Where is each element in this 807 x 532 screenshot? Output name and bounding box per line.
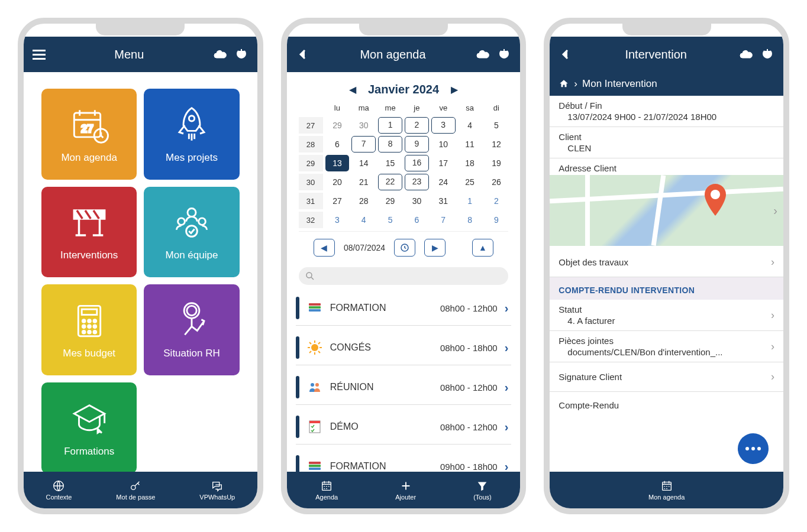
calendar-day[interactable]: 7 xyxy=(431,212,456,228)
tile-team[interactable]: Mon équipe xyxy=(144,187,239,278)
calendar-day[interactable]: 18 xyxy=(458,155,482,171)
back-icon[interactable] xyxy=(296,47,310,61)
event-item[interactable]: FORMATION 08h00 - 12h00 › xyxy=(296,291,512,326)
calendar-day[interactable]: 10 xyxy=(431,136,456,153)
power-icon[interactable] xyxy=(234,47,248,61)
event-item[interactable]: FORMATION 09h00 - 18h00 › xyxy=(296,449,512,472)
calendar-day[interactable]: 23 xyxy=(405,174,429,190)
up-button[interactable]: ▲ xyxy=(472,239,493,257)
calendar-day[interactable]: 27 xyxy=(325,193,350,209)
bottom-item-key[interactable]: Mot de passe xyxy=(116,479,155,501)
calendar-day[interactable]: 11 xyxy=(458,136,482,153)
cloud-icon[interactable] xyxy=(739,47,753,61)
calendar-day[interactable]: 24 xyxy=(431,174,456,190)
calendar-day[interactable]: 3 xyxy=(431,117,456,134)
power-icon[interactable] xyxy=(497,47,511,61)
objet-row[interactable]: Objet des travaux › xyxy=(550,248,783,277)
calendar-day[interactable]: 14 xyxy=(351,155,376,171)
calendar-day[interactable]: 2 xyxy=(485,193,509,209)
calendar-day[interactable]: 5 xyxy=(485,117,509,134)
calendar-day[interactable]: 19 xyxy=(485,155,509,171)
prev-month-icon[interactable]: ◀ xyxy=(349,84,356,95)
calendar-day[interactable]: 29 xyxy=(378,193,402,209)
event-item[interactable]: CONGÉS 08h00 - 18h00 › xyxy=(296,330,512,365)
next-month-icon[interactable]: ▶ xyxy=(451,84,458,95)
search-input[interactable] xyxy=(299,267,509,285)
back-icon[interactable] xyxy=(559,47,573,61)
prev-day-button[interactable]: ◀ xyxy=(314,239,335,257)
plus-icon xyxy=(399,479,412,492)
calendar-day[interactable]: 4 xyxy=(351,212,376,228)
calendar-day[interactable]: 17 xyxy=(431,155,456,171)
next-day-button[interactable]: ▶ xyxy=(424,239,446,257)
calendar-day[interactable]: 2 xyxy=(405,117,429,134)
bottom-item-plus[interactable]: Ajouter xyxy=(395,479,416,501)
calendar-day[interactable]: 4 xyxy=(458,117,482,134)
calendar-day[interactable]: 20 xyxy=(325,174,350,190)
breadcrumb-sep: › xyxy=(574,78,577,90)
calendar-day[interactable]: 13 xyxy=(325,155,350,171)
bottom-item-globe[interactable]: Contexte xyxy=(46,479,72,501)
calendar-day[interactable]: 8 xyxy=(378,136,402,153)
calendar-day[interactable]: 12 xyxy=(485,136,509,153)
calendar-day[interactable]: 5 xyxy=(378,212,402,228)
cloud-icon[interactable] xyxy=(476,47,490,61)
svg-point-15 xyxy=(88,325,91,328)
calendar-day[interactable]: 31 xyxy=(431,193,456,209)
bottom-item-label: Mot de passe xyxy=(116,494,155,501)
tile-rocket[interactable]: Mes projets xyxy=(144,89,239,180)
calendar-day[interactable]: 22 xyxy=(378,174,402,190)
tile-barrier[interactable]: Interventions xyxy=(41,187,137,278)
calendar-day[interactable]: 3 xyxy=(325,212,350,228)
calendar-day[interactable]: 30 xyxy=(405,193,429,209)
globe-icon xyxy=(52,479,65,492)
calendar-day[interactable]: 28 xyxy=(351,193,376,209)
svg-rect-28 xyxy=(309,309,321,312)
compte-rendu-row[interactable]: Compte-Rendu xyxy=(550,392,783,419)
power-icon[interactable] xyxy=(760,47,774,61)
svg-point-12 xyxy=(88,320,91,323)
pieces-row[interactable]: Pièces jointes documents/CLEN/Bon d'inte… xyxy=(550,331,783,362)
calendar-day[interactable]: 9 xyxy=(405,136,429,153)
calendar-day[interactable]: 15 xyxy=(378,155,402,171)
chat-icon xyxy=(211,479,224,492)
calendar-day[interactable]: 9 xyxy=(485,212,509,228)
calendar-day[interactable]: 29 xyxy=(325,117,350,134)
time-button[interactable] xyxy=(394,239,415,257)
bottom-item-filter[interactable]: (Tous) xyxy=(473,479,492,501)
tile-person-chart[interactable]: Situation RH xyxy=(144,284,239,375)
calendar-day[interactable]: 1 xyxy=(458,193,482,209)
calendar-day[interactable]: 8 xyxy=(458,212,482,228)
svg-point-5 xyxy=(188,209,196,217)
calendar-day[interactable]: 6 xyxy=(405,212,429,228)
calendar-day[interactable]: 21 xyxy=(351,174,376,190)
calendar-day[interactable]: 26 xyxy=(485,174,509,190)
calendar-day[interactable]: 16 xyxy=(405,155,429,171)
cloud-icon[interactable] xyxy=(213,47,227,61)
home-icon[interactable] xyxy=(559,79,569,89)
tile-calendar[interactable]: 27Mon agenda xyxy=(41,89,137,180)
calendar-day[interactable]: 25 xyxy=(458,174,482,190)
calendar-day[interactable]: 6 xyxy=(325,136,350,153)
tile-calculator[interactable]: Mes budget xyxy=(41,284,137,375)
bottom-item-calendar[interactable]: Mon agenda xyxy=(648,479,685,501)
checklist-icon xyxy=(306,419,323,435)
event-item[interactable]: DÉMO 08h00 - 12h00 › xyxy=(296,410,512,445)
event-item[interactable]: RÉUNION 08h00 - 12h00 › xyxy=(296,370,512,405)
signature-row[interactable]: Signature Client › xyxy=(550,362,783,392)
section-header: COMPTE-RENDU INTERVENTION xyxy=(550,277,783,300)
hamburger-icon[interactable] xyxy=(33,50,46,60)
bottom-item-chat[interactable]: VPWhatsUp xyxy=(199,479,235,501)
chevron-right-icon: › xyxy=(505,381,509,394)
fab-button[interactable] xyxy=(738,433,769,464)
sun-icon xyxy=(306,339,323,356)
bottom-item-calendar[interactable]: Agenda xyxy=(315,479,338,501)
bottom-item-label: VPWhatsUp xyxy=(199,494,235,501)
map[interactable]: › xyxy=(550,175,783,246)
statut-row[interactable]: Statut 4. A facturer › xyxy=(550,300,783,331)
calendar-day[interactable]: 30 xyxy=(351,117,376,134)
chevron-right-icon: › xyxy=(505,460,509,472)
tile-graduation[interactable]: Formations xyxy=(41,382,137,472)
calendar-day[interactable]: 1 xyxy=(378,117,402,134)
calendar-day[interactable]: 7 xyxy=(351,136,376,153)
